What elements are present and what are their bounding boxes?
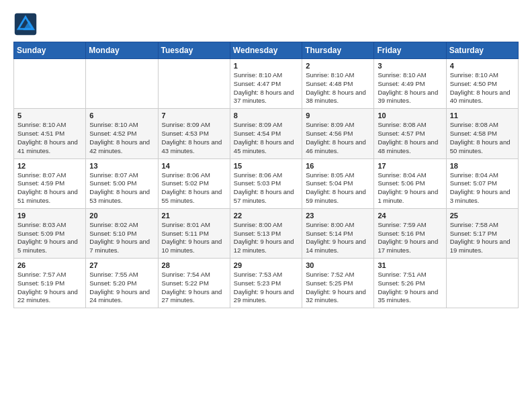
week-row-2: 5Sunrise: 8:10 AM Sunset: 4:51 PM Daylig… xyxy=(14,109,519,158)
page: SundayMondayTuesdayWednesdayThursdayFrid… xyxy=(0,0,532,411)
day-info: Sunrise: 8:09 AM Sunset: 4:53 PM Dayligh… xyxy=(162,121,226,155)
day-info: Sunrise: 8:04 AM Sunset: 5:06 PM Dayligh… xyxy=(378,171,442,205)
calendar-cell: 6Sunrise: 8:10 AM Sunset: 4:52 PM Daylig… xyxy=(86,109,158,158)
calendar-cell: 2Sunrise: 8:10 AM Sunset: 4:48 PM Daylig… xyxy=(302,59,374,109)
day-info: Sunrise: 8:06 AM Sunset: 5:02 PM Dayligh… xyxy=(162,171,226,205)
day-info: Sunrise: 8:04 AM Sunset: 5:07 PM Dayligh… xyxy=(450,171,515,205)
weekday-header-friday: Friday xyxy=(374,42,446,59)
day-number: 19 xyxy=(17,212,82,220)
day-info: Sunrise: 7:53 AM Sunset: 5:23 PM Dayligh… xyxy=(234,271,298,305)
day-info: Sunrise: 8:08 AM Sunset: 4:57 PM Dayligh… xyxy=(378,121,442,155)
calendar-cell: 12Sunrise: 8:07 AM Sunset: 4:59 PM Dayli… xyxy=(14,158,86,208)
day-info: Sunrise: 8:10 AM Sunset: 4:49 PM Dayligh… xyxy=(378,71,442,105)
calendar-cell: 25Sunrise: 7:58 AM Sunset: 5:17 PM Dayli… xyxy=(446,208,518,258)
weekday-header-saturday: Saturday xyxy=(446,42,518,59)
day-info: Sunrise: 8:07 AM Sunset: 4:59 PM Dayligh… xyxy=(17,171,82,205)
day-number: 15 xyxy=(234,162,298,170)
calendar-cell: 15Sunrise: 8:06 AM Sunset: 5:03 PM Dayli… xyxy=(230,158,302,208)
calendar-cell: 23Sunrise: 8:00 AM Sunset: 5:14 PM Dayli… xyxy=(302,208,374,258)
calendar-cell: 5Sunrise: 8:10 AM Sunset: 4:51 PM Daylig… xyxy=(14,109,86,158)
calendar-cell: 1Sunrise: 8:10 AM Sunset: 4:47 PM Daylig… xyxy=(230,59,302,109)
calendar-cell: 27Sunrise: 7:55 AM Sunset: 5:20 PM Dayli… xyxy=(86,259,158,308)
day-number: 4 xyxy=(450,62,515,70)
day-info: Sunrise: 8:00 AM Sunset: 5:14 PM Dayligh… xyxy=(306,221,370,255)
day-number: 5 xyxy=(17,111,82,120)
day-info: Sunrise: 8:09 AM Sunset: 4:56 PM Dayligh… xyxy=(306,121,370,155)
weekday-header-row: SundayMondayTuesdayWednesdayThursdayFrid… xyxy=(14,42,519,59)
day-number: 22 xyxy=(234,212,298,220)
day-info: Sunrise: 8:03 AM Sunset: 5:09 PM Dayligh… xyxy=(17,221,82,255)
calendar-cell: 29Sunrise: 7:53 AM Sunset: 5:23 PM Dayli… xyxy=(230,259,302,308)
day-number: 11 xyxy=(450,111,515,120)
calendar-cell xyxy=(158,59,230,109)
calendar-cell: 16Sunrise: 8:05 AM Sunset: 5:04 PM Dayli… xyxy=(302,158,374,208)
day-number: 20 xyxy=(89,212,154,220)
day-number: 30 xyxy=(306,261,370,269)
day-number: 28 xyxy=(162,261,226,269)
day-number: 24 xyxy=(378,212,442,220)
day-info: Sunrise: 7:58 AM Sunset: 5:17 PM Dayligh… xyxy=(450,221,515,255)
weekday-header-tuesday: Tuesday xyxy=(158,42,230,59)
calendar-cell: 24Sunrise: 7:59 AM Sunset: 5:16 PM Dayli… xyxy=(374,208,446,258)
day-number: 12 xyxy=(17,162,82,170)
logo xyxy=(13,12,40,36)
day-number: 3 xyxy=(378,62,442,70)
calendar-cell: 10Sunrise: 8:08 AM Sunset: 4:57 PM Dayli… xyxy=(374,109,446,158)
calendar-cell: 11Sunrise: 8:08 AM Sunset: 4:58 PM Dayli… xyxy=(446,109,518,158)
day-info: Sunrise: 8:02 AM Sunset: 5:10 PM Dayligh… xyxy=(89,221,154,255)
day-info: Sunrise: 7:57 AM Sunset: 5:19 PM Dayligh… xyxy=(17,271,82,305)
calendar-cell: 28Sunrise: 7:54 AM Sunset: 5:22 PM Dayli… xyxy=(158,259,230,308)
day-number: 16 xyxy=(306,162,370,170)
day-info: Sunrise: 7:59 AM Sunset: 5:16 PM Dayligh… xyxy=(378,221,442,255)
calendar-cell: 22Sunrise: 8:00 AM Sunset: 5:13 PM Dayli… xyxy=(230,208,302,258)
day-number: 25 xyxy=(450,212,515,220)
calendar-cell: 26Sunrise: 7:57 AM Sunset: 5:19 PM Dayli… xyxy=(14,259,86,308)
day-number: 1 xyxy=(234,62,298,70)
day-number: 27 xyxy=(89,261,154,269)
calendar-cell xyxy=(86,59,158,109)
day-number: 9 xyxy=(306,111,370,120)
calendar-cell: 9Sunrise: 8:09 AM Sunset: 4:56 PM Daylig… xyxy=(302,109,374,158)
day-number: 13 xyxy=(89,162,154,170)
week-row-3: 12Sunrise: 8:07 AM Sunset: 4:59 PM Dayli… xyxy=(14,158,519,208)
week-row-5: 26Sunrise: 7:57 AM Sunset: 5:19 PM Dayli… xyxy=(14,259,519,308)
calendar-cell: 21Sunrise: 8:01 AM Sunset: 5:11 PM Dayli… xyxy=(158,208,230,258)
calendar-cell xyxy=(14,59,86,109)
calendar-cell: 31Sunrise: 7:51 AM Sunset: 5:26 PM Dayli… xyxy=(374,259,446,308)
day-number: 7 xyxy=(162,111,226,120)
day-info: Sunrise: 7:54 AM Sunset: 5:22 PM Dayligh… xyxy=(162,271,226,305)
day-info: Sunrise: 8:05 AM Sunset: 5:04 PM Dayligh… xyxy=(306,171,370,205)
day-info: Sunrise: 8:10 AM Sunset: 4:51 PM Dayligh… xyxy=(17,121,82,155)
calendar-cell: 4Sunrise: 8:10 AM Sunset: 4:50 PM Daylig… xyxy=(446,59,518,109)
day-info: Sunrise: 7:52 AM Sunset: 5:25 PM Dayligh… xyxy=(306,271,370,305)
day-info: Sunrise: 8:10 AM Sunset: 4:52 PM Dayligh… xyxy=(89,121,154,155)
header xyxy=(13,12,519,36)
day-number: 14 xyxy=(162,162,226,170)
day-info: Sunrise: 8:10 AM Sunset: 4:47 PM Dayligh… xyxy=(234,71,298,105)
calendar-cell: 3Sunrise: 8:10 AM Sunset: 4:49 PM Daylig… xyxy=(374,59,446,109)
day-number: 21 xyxy=(162,212,226,220)
day-number: 18 xyxy=(450,162,515,170)
calendar-cell: 20Sunrise: 8:02 AM Sunset: 5:10 PM Dayli… xyxy=(86,208,158,258)
calendar-cell: 7Sunrise: 8:09 AM Sunset: 4:53 PM Daylig… xyxy=(158,109,230,158)
day-info: Sunrise: 7:55 AM Sunset: 5:20 PM Dayligh… xyxy=(89,271,154,305)
day-info: Sunrise: 8:07 AM Sunset: 5:00 PM Dayligh… xyxy=(89,171,154,205)
calendar-cell: 14Sunrise: 8:06 AM Sunset: 5:02 PM Dayli… xyxy=(158,158,230,208)
week-row-4: 19Sunrise: 8:03 AM Sunset: 5:09 PM Dayli… xyxy=(14,208,519,258)
weekday-header-thursday: Thursday xyxy=(302,42,374,59)
day-info: Sunrise: 8:09 AM Sunset: 4:54 PM Dayligh… xyxy=(234,121,298,155)
day-number: 10 xyxy=(378,111,442,120)
week-row-1: 1Sunrise: 8:10 AM Sunset: 4:47 PM Daylig… xyxy=(14,59,519,109)
logo-icon xyxy=(13,12,38,36)
day-number: 8 xyxy=(234,111,298,120)
day-number: 29 xyxy=(234,261,298,269)
weekday-header-wednesday: Wednesday xyxy=(230,42,302,59)
day-number: 6 xyxy=(89,111,154,120)
calendar-cell: 17Sunrise: 8:04 AM Sunset: 5:06 PM Dayli… xyxy=(374,158,446,208)
day-info: Sunrise: 8:10 AM Sunset: 4:50 PM Dayligh… xyxy=(450,71,515,105)
day-number: 23 xyxy=(306,212,370,220)
day-info: Sunrise: 8:06 AM Sunset: 5:03 PM Dayligh… xyxy=(234,171,298,205)
calendar-cell xyxy=(446,259,518,308)
day-info: Sunrise: 8:00 AM Sunset: 5:13 PM Dayligh… xyxy=(234,221,298,255)
day-number: 17 xyxy=(378,162,442,170)
